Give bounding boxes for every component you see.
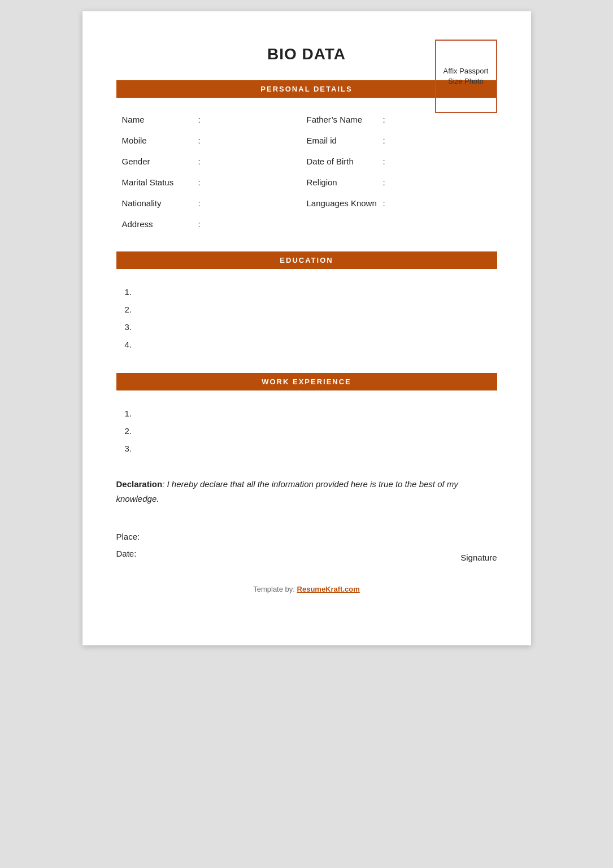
email-colon: :: [383, 136, 385, 145]
field-email: Email id :: [307, 130, 492, 151]
name-label: Name: [122, 115, 195, 124]
education-list: 1. 2. 3. 4.: [116, 280, 497, 356]
education-item-4: 4.: [125, 336, 489, 353]
field-address: Address :: [122, 214, 307, 235]
photo-box: Affix Passport Size Photo: [435, 40, 497, 113]
work-list: 1. 2. 3.: [116, 402, 497, 460]
place-row: Place:: [116, 528, 140, 545]
field-nationality: Nationality :: [122, 193, 307, 214]
religion-colon: :: [383, 177, 385, 187]
footer-prefix: Template by:: [253, 585, 297, 593]
place-label: Place:: [116, 532, 140, 541]
declaration-bold: Declaration: [116, 479, 163, 489]
field-marital-status: Marital Status :: [122, 172, 307, 193]
name-colon: :: [198, 115, 201, 124]
education-section: EDUCATION 1. 2. 3. 4.: [116, 251, 497, 356]
mobile-label: Mobile: [122, 136, 195, 145]
address-label: Address: [122, 219, 195, 229]
gender-colon: :: [198, 157, 201, 166]
footer-link[interactable]: ResumeKraft.com: [297, 585, 360, 593]
marital-status-colon: :: [198, 177, 201, 187]
religion-label: Religion: [307, 177, 380, 187]
nationality-colon: :: [198, 198, 201, 208]
work-item-2: 2.: [125, 422, 489, 440]
field-religion: Religion :: [307, 172, 492, 193]
nationality-label: Nationality: [122, 198, 195, 208]
education-item-2: 2.: [125, 301, 489, 318]
signature-area: Place: Date: Signature: [116, 528, 497, 562]
place-date: Place: Date:: [116, 528, 140, 562]
declaration-italic: : I hereby declare that all the informat…: [116, 479, 458, 504]
education-item-3: 3.: [125, 318, 489, 336]
work-item-1: 1.: [125, 405, 489, 422]
work-experience-section: WORK EXPERIENCE 1. 2. 3.: [116, 373, 497, 460]
dob-colon: :: [383, 157, 385, 166]
personal-details-grid: Name : Mobile : Gender : Marital Status …: [116, 109, 497, 235]
left-column: Name : Mobile : Gender : Marital Status …: [122, 109, 307, 235]
fathers-name-colon: :: [383, 115, 385, 124]
date-row: Date:: [116, 545, 140, 562]
field-name: Name :: [122, 109, 307, 130]
mobile-colon: :: [198, 136, 201, 145]
education-item-1: 1.: [125, 283, 489, 301]
work-item-3: 3.: [125, 440, 489, 457]
dob-label: Date of Birth: [307, 157, 380, 166]
declaration-section: Declaration: I hereby declare that all t…: [116, 477, 497, 506]
languages-colon: :: [383, 198, 385, 208]
work-experience-header: WORK EXPERIENCE: [116, 373, 497, 390]
fathers-name-label: Father’s Name: [307, 115, 380, 124]
email-label: Email id: [307, 136, 380, 145]
marital-status-label: Marital Status: [122, 177, 195, 187]
field-gender: Gender :: [122, 151, 307, 172]
address-colon: :: [198, 219, 201, 229]
footer: Template by: ResumeKraft.com: [116, 585, 497, 593]
header-area: BIO DATA Affix Passport Size Photo: [116, 40, 497, 63]
languages-label: Languages Known: [307, 198, 380, 208]
gender-label: Gender: [122, 157, 195, 166]
right-column: Father’s Name : Email id : Date of Birth…: [307, 109, 492, 235]
field-mobile: Mobile :: [122, 130, 307, 151]
date-label: Date:: [116, 549, 137, 558]
field-dob: Date of Birth :: [307, 151, 492, 172]
field-languages: Languages Known :: [307, 193, 492, 214]
education-header: EDUCATION: [116, 251, 497, 269]
signature-label: Signature: [460, 553, 497, 562]
page: BIO DATA Affix Passport Size Photo PERSO…: [82, 11, 531, 645]
